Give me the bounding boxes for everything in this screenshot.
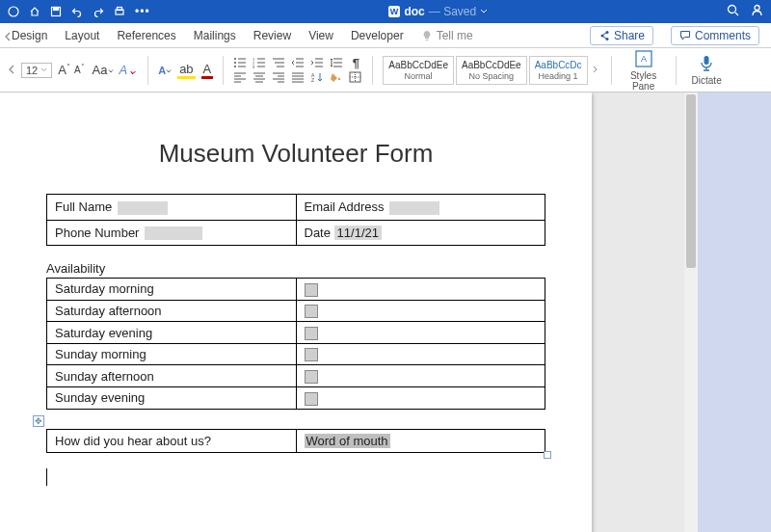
date-field[interactable]: 11/1/21 xyxy=(334,226,382,240)
font-effects-group: A ab A xyxy=(158,62,213,79)
comments-button[interactable]: Comments xyxy=(671,26,759,45)
scrollbar-thumb[interactable] xyxy=(686,94,696,268)
decrease-indent-icon[interactable] xyxy=(291,57,305,68)
share-button[interactable]: Share xyxy=(590,26,653,45)
paragraph-group: 123 ¶ AZ xyxy=(233,57,362,83)
full-name-cell[interactable]: Full Name xyxy=(47,195,297,221)
availability-table: Saturday morning Saturday afternoon Satu… xyxy=(46,278,545,409)
checkbox[interactable] xyxy=(305,392,318,406)
undo-icon[interactable] xyxy=(71,6,83,17)
change-case-icon[interactable]: Aa xyxy=(93,63,114,77)
highlight-color-icon[interactable]: ab xyxy=(177,62,195,79)
hear-question-cell[interactable]: How did you hear about us? xyxy=(47,429,297,452)
checkbox[interactable] xyxy=(305,348,318,361)
home-icon[interactable] xyxy=(29,6,40,17)
email-cell[interactable]: Email Address xyxy=(296,195,545,221)
svg-point-8 xyxy=(755,6,759,11)
table-resize-handle-icon[interactable] xyxy=(544,451,551,459)
text-effects-icon[interactable]: A xyxy=(158,65,172,76)
print-icon[interactable] xyxy=(114,6,125,17)
chevron-down-icon[interactable] xyxy=(480,8,488,15)
align-left-icon[interactable] xyxy=(233,71,247,83)
titlebar-right-icons xyxy=(727,4,763,19)
sort-icon[interactable]: AZ xyxy=(310,71,324,83)
ribbon-scroll-left-icon[interactable] xyxy=(8,65,15,76)
borders-icon[interactable] xyxy=(349,71,362,83)
svg-point-9 xyxy=(605,31,608,34)
style-no-spacing[interactable]: AaBbCcDdEe No Spacing xyxy=(456,56,527,85)
table-row: Sunday afternoon xyxy=(47,365,545,387)
save-status: — Saved xyxy=(429,5,476,18)
tab-references[interactable]: References xyxy=(117,29,175,42)
align-center-icon[interactable] xyxy=(253,71,266,83)
bullets-icon[interactable] xyxy=(233,57,247,68)
clear-formatting-icon[interactable]: A⌄ xyxy=(120,63,139,77)
tab-view[interactable]: View xyxy=(308,29,333,42)
app-menu-icon[interactable] xyxy=(8,6,19,17)
document-page[interactable]: Museum Volunteer Form Full Name Email Ad… xyxy=(0,93,592,532)
contact-info-table: Full Name Email Address Phone Number Dat… xyxy=(46,194,545,246)
checkbox[interactable] xyxy=(305,305,318,318)
vertical-scrollbar[interactable] xyxy=(684,93,698,532)
email-label: Email Address xyxy=(305,200,385,214)
styles-more-icon[interactable] xyxy=(590,56,601,85)
comments-label: Comments xyxy=(695,29,751,42)
font-size-value: 12 xyxy=(26,65,38,76)
styles-gallery[interactable]: AaBbCcDdEe Normal AaBbCcDdEe No Spacing … xyxy=(383,56,600,85)
save-icon[interactable] xyxy=(50,6,62,17)
table-row: Saturday afternoon xyxy=(47,300,545,322)
font-size-group: 12 A˄ A˅ xyxy=(21,63,85,78)
style-heading-1[interactable]: AaBbCcDc Heading 1 xyxy=(529,56,588,85)
numbering-icon[interactable]: 123 xyxy=(253,57,266,68)
styles-pane-button[interactable]: A Styles Pane xyxy=(622,49,666,92)
checkbox[interactable] xyxy=(305,327,318,340)
svg-point-7 xyxy=(729,6,736,13)
svg-rect-4 xyxy=(118,8,122,11)
line-spacing-icon[interactable] xyxy=(330,57,343,68)
grow-font-icon[interactable]: A˄ xyxy=(58,63,70,77)
svg-text:3: 3 xyxy=(253,65,255,68)
checkbox[interactable] xyxy=(305,283,318,297)
show-marks-icon[interactable]: ¶ xyxy=(349,57,362,68)
hear-answer-cell[interactable]: Word of mouth xyxy=(296,429,545,452)
phone-field[interactable] xyxy=(145,226,202,240)
tab-design[interactable]: Design xyxy=(12,29,47,42)
form-title: Museum Volunteer Form xyxy=(46,139,545,169)
svg-point-0 xyxy=(9,7,18,16)
account-icon[interactable] xyxy=(751,4,763,19)
tab-mailings[interactable]: Mailings xyxy=(194,29,236,42)
style-normal[interactable]: AaBbCcDdEe Normal xyxy=(383,56,454,85)
increase-indent-icon[interactable] xyxy=(310,57,324,68)
comment-icon xyxy=(679,30,691,41)
table-move-handle-icon[interactable]: ✥ xyxy=(33,415,44,427)
table-row: Full Name Email Address xyxy=(47,195,545,221)
more-icon[interactable]: ••• xyxy=(135,5,150,18)
tab-scroll-left-icon[interactable] xyxy=(4,31,12,44)
phone-cell[interactable]: Phone Number xyxy=(47,220,297,246)
avail-checkbox-cell xyxy=(296,300,545,322)
dictate-button[interactable]: Dictate xyxy=(686,54,728,86)
full-name-field[interactable] xyxy=(118,201,168,215)
date-cell[interactable]: Date 11/1/21 xyxy=(296,220,545,246)
search-titlebar-icon[interactable] xyxy=(727,4,739,19)
redo-icon[interactable] xyxy=(93,6,104,17)
styles-pane-icon: A xyxy=(634,49,653,68)
font-size-selector[interactable]: 12 xyxy=(21,63,52,78)
font-color-icon[interactable]: A xyxy=(201,62,214,79)
shrink-font-icon[interactable]: A˅ xyxy=(74,64,85,75)
svg-rect-23 xyxy=(705,56,709,65)
tell-me[interactable]: Tell me xyxy=(421,29,473,42)
hear-answer-value[interactable]: Word of mouth xyxy=(305,434,390,448)
shading-icon[interactable] xyxy=(330,71,343,83)
justify-icon[interactable] xyxy=(291,71,305,83)
tab-review[interactable]: Review xyxy=(253,29,291,42)
multilevel-list-icon[interactable] xyxy=(272,57,285,68)
full-name-label: Full Name xyxy=(55,200,112,214)
font-case-group: Aa A⌄ xyxy=(93,63,139,77)
align-right-icon[interactable] xyxy=(272,71,285,83)
checkbox[interactable] xyxy=(305,370,318,384)
tab-layout[interactable]: Layout xyxy=(65,29,99,42)
email-field[interactable] xyxy=(389,201,439,215)
avail-checkbox-cell xyxy=(296,365,545,387)
tab-developer[interactable]: Developer xyxy=(351,29,404,42)
